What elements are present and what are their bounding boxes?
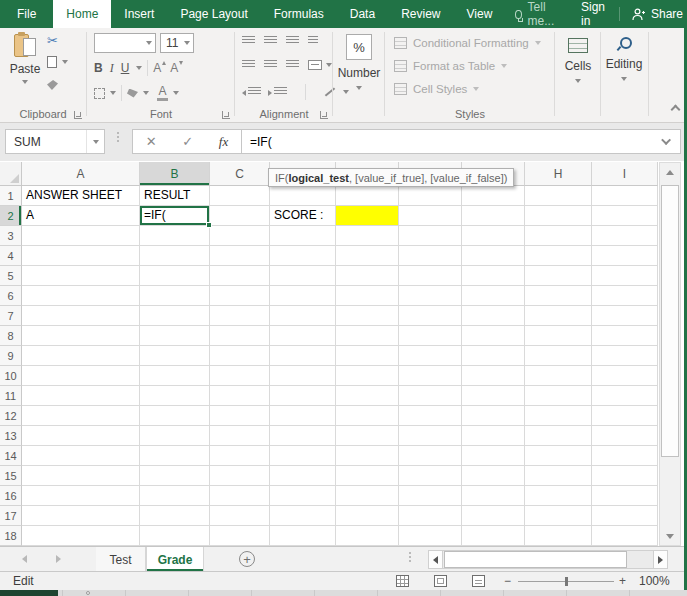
cell-H15[interactable] <box>525 466 592 486</box>
formula-bar-resize-handle[interactable] <box>117 132 119 142</box>
cell-I7[interactable] <box>592 306 658 326</box>
cell-F16[interactable] <box>399 486 462 506</box>
cell-E5[interactable] <box>336 266 399 286</box>
cell-D2[interactable]: SCORE : <box>270 206 336 226</box>
page-break-view-button[interactable] <box>472 575 485 587</box>
cell-F6[interactable] <box>399 286 462 306</box>
fill-handle[interactable] <box>206 222 212 228</box>
cell-D17[interactable] <box>270 506 336 526</box>
zoom-slider-thumb[interactable] <box>565 577 568 586</box>
cell-A5[interactable] <box>22 266 140 286</box>
cell-D13[interactable] <box>270 426 336 446</box>
previous-sheet-arrow[interactable] <box>22 555 27 563</box>
cell-I14[interactable] <box>592 446 658 466</box>
font-size-combo[interactable]: 11 <box>160 33 194 53</box>
tab-home[interactable]: Home <box>53 0 111 28</box>
row-header-17[interactable]: 17 <box>0 506 22 526</box>
cell-D5[interactable] <box>270 266 336 286</box>
cells-dropdown-arrow[interactable] <box>575 79 581 83</box>
tab-review[interactable]: Review <box>388 0 453 28</box>
tabbar-resize-handle[interactable] <box>409 552 411 562</box>
cell-F8[interactable] <box>399 326 462 346</box>
cell-C11[interactable] <box>210 386 270 406</box>
cell-E11[interactable] <box>336 386 399 406</box>
cell-A2[interactable]: A <box>22 206 140 226</box>
cell-E10[interactable] <box>336 366 399 386</box>
share-button[interactable]: Share <box>619 7 687 21</box>
row-header-6[interactable]: 6 <box>0 286 22 306</box>
cell-D9[interactable] <box>270 346 336 366</box>
cell-B8[interactable] <box>140 326 210 346</box>
cell-F4[interactable] <box>399 246 462 266</box>
zoom-in-button[interactable]: + <box>619 574 626 588</box>
fill-color-icon[interactable] <box>127 89 138 98</box>
cell-H5[interactable] <box>525 266 592 286</box>
row-header-18[interactable]: 18 <box>0 526 22 546</box>
cell-I10[interactable] <box>592 366 658 386</box>
cell-A10[interactable] <box>22 366 140 386</box>
align-right-icon[interactable] <box>286 60 299 70</box>
cell-styles-button[interactable]: Cell Styles <box>394 83 479 95</box>
new-sheet-button[interactable]: + <box>239 551 255 567</box>
name-box-dropdown[interactable] <box>86 130 104 153</box>
cell-G9[interactable] <box>462 346 525 366</box>
cell-D14[interactable] <box>270 446 336 466</box>
cell-D1[interactable] <box>270 186 336 206</box>
row-header-13[interactable]: 13 <box>0 426 22 446</box>
cell-I17[interactable] <box>592 506 658 526</box>
cell-H14[interactable] <box>525 446 592 466</box>
cell-E15[interactable] <box>336 466 399 486</box>
vertical-scrollbar[interactable] <box>659 162 681 546</box>
enter-button[interactable]: ✓ <box>182 134 193 149</box>
cell-D7[interactable] <box>270 306 336 326</box>
font-name-combo[interactable] <box>94 33 156 53</box>
cell-A15[interactable] <box>22 466 140 486</box>
cell-I3[interactable] <box>592 226 658 246</box>
cell-C16[interactable] <box>210 486 270 506</box>
cell-A11[interactable] <box>22 386 140 406</box>
sheet-tab-test[interactable]: Test <box>96 547 146 572</box>
editing-group[interactable]: Editing <box>602 28 646 123</box>
cell-G16[interactable] <box>462 486 525 506</box>
sign-in-button[interactable]: Sign in <box>567 0 619 28</box>
borders-dropdown-arrow[interactable] <box>110 91 116 95</box>
cell-G6[interactable] <box>462 286 525 306</box>
tab-view[interactable]: View <box>454 0 506 28</box>
scroll-left-button[interactable] <box>429 551 443 568</box>
cell-D15[interactable] <box>270 466 336 486</box>
cell-F14[interactable] <box>399 446 462 466</box>
cell-C4[interactable] <box>210 246 270 266</box>
zoom-out-button[interactable]: − <box>504 574 511 588</box>
cell-H11[interactable] <box>525 386 592 406</box>
cell-A6[interactable] <box>22 286 140 306</box>
cell-B18[interactable] <box>140 526 210 546</box>
cell-H7[interactable] <box>525 306 592 326</box>
cell-D10[interactable] <box>270 366 336 386</box>
underline-button[interactable]: U <box>121 61 130 75</box>
row-header-14[interactable]: 14 <box>0 446 22 466</box>
cell-I18[interactable] <box>592 526 658 546</box>
cell-I8[interactable] <box>592 326 658 346</box>
row-header-2[interactable]: 2 <box>0 206 22 226</box>
cell-G7[interactable] <box>462 306 525 326</box>
number-group[interactable]: % Number <box>334 28 384 123</box>
cell-I13[interactable] <box>592 426 658 446</box>
center-icon[interactable] <box>264 60 277 70</box>
cell-C12[interactable] <box>210 406 270 426</box>
cell-C15[interactable] <box>210 466 270 486</box>
cells-group[interactable]: Cells <box>556 28 600 123</box>
page-layout-view-button[interactable] <box>434 575 447 587</box>
cell-E7[interactable] <box>336 306 399 326</box>
expand-formula-bar-chevron[interactable] <box>661 135 671 145</box>
cell-A7[interactable] <box>22 306 140 326</box>
cell-A17[interactable] <box>22 506 140 526</box>
cell-I15[interactable] <box>592 466 658 486</box>
cancel-button[interactable]: ✕ <box>146 134 157 149</box>
cell-C1[interactable] <box>210 186 270 206</box>
column-header-B[interactable]: B <box>140 162 210 186</box>
row-header-1[interactable]: 1 <box>0 186 22 206</box>
tell-me-box[interactable]: Tell me... <box>505 0 567 28</box>
cell-A3[interactable] <box>22 226 140 246</box>
cell-F9[interactable] <box>399 346 462 366</box>
cell-H2[interactable] <box>525 206 592 226</box>
